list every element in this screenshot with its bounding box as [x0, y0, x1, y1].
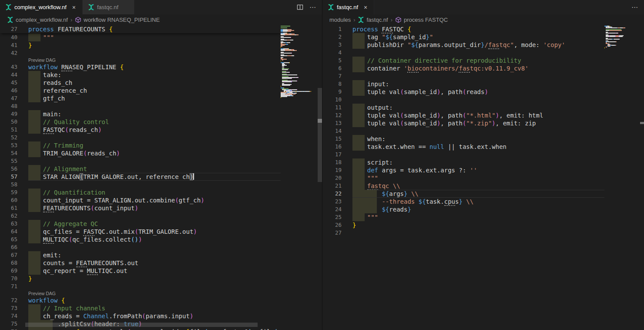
code-line-9[interactable]: 9 tuple val(sample_id), path(reads)	[322, 88, 604, 96]
code-line-17[interactable]: 17	[322, 151, 604, 158]
code-line-22[interactable]: 22 ${args} \\	[322, 190, 604, 198]
line-number: 60	[0, 196, 28, 204]
indent-guide-block	[28, 267, 40, 275]
line-number: 43	[0, 63, 28, 71]
code-line-14[interactable]: 14	[322, 127, 604, 135]
code-line-12[interactable]: 12 tuple val(sample_id), path("*.html"),…	[322, 111, 604, 119]
code-line-15[interactable]: 15 when:	[322, 135, 604, 143]
code-area-left[interactable]: 27process FEATURECOUNTS {40 """41}42Prev…	[0, 25, 281, 330]
breadcrumb-item[interactable]: modules	[329, 17, 351, 23]
code-line-5[interactable]: 5 // Container directive for reproducibi…	[322, 57, 604, 64]
code-line-45[interactable]: 45 reads_ch	[0, 79, 281, 87]
vertical-scrollbar-left[interactable]	[318, 25, 322, 330]
code-line-4[interactable]: 4	[322, 49, 604, 57]
code-line-21[interactable]: 21 fastqc \\	[322, 182, 604, 190]
code-line-53[interactable]: 53 // Trimming	[0, 141, 281, 149]
code-line-64[interactable]: 64 qc_files = FASTQC.out.mix(TRIM_GALORE…	[0, 228, 281, 236]
line-number: 44	[0, 71, 28, 79]
indent-guide-block	[352, 174, 365, 182]
code-line-26[interactable]: 26}	[322, 221, 604, 229]
code-line-69[interactable]: 69 qc_report = MULTIQC.out	[0, 267, 281, 275]
code-line-11[interactable]: 11 output:	[322, 104, 604, 111]
code-line-63[interactable]: 63 // Aggregate QC	[0, 220, 281, 228]
code-line-54[interactable]: 54 TRIM_GALORE(reads_ch)	[0, 149, 281, 157]
tab-close-icon[interactable]: ×	[362, 4, 369, 11]
code-line-50[interactable]: 50 // Quality control	[0, 118, 281, 126]
horizontal-scrollbar-thumb[interactable]	[25, 323, 258, 327]
code-line-44[interactable]: 44 take:	[0, 71, 281, 79]
tab-fastqc-nf[interactable]: fastqc.nf×	[83, 0, 134, 14]
code-line-8[interactable]: 8 input:	[322, 80, 604, 88]
line-number: 53	[0, 141, 28, 149]
code-line-60[interactable]: 60 count_input = STAR_ALIGN.out.combine(…	[0, 196, 281, 204]
breadcrumb-item[interactable]: complex_workflow.nf	[7, 17, 68, 23]
code-line-51[interactable]: 51 FASTQC(reads_ch)	[0, 126, 281, 134]
code-line-23[interactable]: 23 --threads ${task.cpus} \\	[322, 198, 604, 205]
breadcrumb-item[interactable]: workflow RNASEQ_PIPELINE	[75, 17, 160, 23]
code-line-71[interactable]: 71	[0, 283, 281, 290]
code-line-7[interactable]: 7	[322, 72, 604, 80]
overview-ruler-marker	[640, 122, 644, 124]
code-line-74[interactable]: 74 ch_reads = Channel.fromPath(params.in…	[0, 312, 281, 320]
code-line-47[interactable]: 47 gtf_ch	[0, 94, 281, 102]
indent-guide-block	[352, 119, 365, 127]
code-line-49[interactable]: 49 main:	[0, 110, 281, 118]
breadcrumb-item[interactable]: process FASTQC	[395, 17, 448, 23]
code-line-56[interactable]: 56 // Alignment	[0, 165, 281, 173]
code-line-55[interactable]: 55	[0, 157, 281, 165]
code-line-40[interactable]: 40 """	[0, 34, 281, 41]
code-line-48[interactable]: 48	[0, 102, 281, 110]
tab-fastqc-nf[interactable]: fastqc.nf×	[322, 0, 374, 14]
code-line-52[interactable]: 52	[0, 134, 281, 141]
split-editor-icon[interactable]	[297, 4, 303, 10]
code-line-58[interactable]: 58	[0, 181, 281, 189]
code-line-68[interactable]: 68 counts = FEATURECOUNTS.out	[0, 259, 281, 267]
minimap-right[interactable]	[604, 25, 640, 330]
scrollbar-thumb[interactable]	[318, 88, 322, 182]
code-line-19[interactable]: 19 def args = task.ext.args ?: ''	[322, 166, 604, 174]
code-line-3[interactable]: 3 publishDir "${params.output_dir}/fastq…	[322, 41, 604, 49]
code-line-43[interactable]: 43workflow RNASEQ_PIPELINE {	[0, 63, 281, 71]
breadcrumb-item[interactable]: fastqc.nf	[358, 17, 388, 23]
code-line-18[interactable]: 18 script:	[322, 158, 604, 166]
code-line-57[interactable]: 57 STAR_ALIGN(TRIM_GALORE.out, reference…	[0, 173, 281, 181]
codelens-preview-dag-link[interactable]: Preview DAG	[28, 290, 56, 296]
code-line-42[interactable]: 42	[0, 49, 281, 57]
codelens-preview-dag-link[interactable]: Preview DAG	[28, 57, 56, 63]
more-actions-icon[interactable]: ⋯	[631, 4, 638, 10]
code-line-65[interactable]: 65 MULTIQC(qc_files.collect())	[0, 236, 281, 243]
code-line-61[interactable]: 61 FEATURECOUNTS(count_input)	[0, 204, 281, 212]
code-line-41[interactable]: 41}	[0, 41, 281, 49]
line-number: 47	[0, 94, 28, 102]
code-line-62[interactable]: 62	[0, 212, 281, 220]
indent-guide-block	[28, 141, 40, 149]
code-line-27[interactable]: 27	[322, 229, 604, 237]
code-area-right[interactable]: 1process FASTQC {2 tag "${sample_id}"3 p…	[322, 25, 604, 330]
code-line-10[interactable]: 10	[322, 96, 604, 104]
indent-guide-block	[352, 80, 365, 88]
code-line-67[interactable]: 67 emit:	[0, 251, 281, 259]
line-number: 68	[0, 259, 28, 267]
code-line-24[interactable]: 24 ${reads}	[322, 205, 604, 213]
code-line-73[interactable]: 73 // Input channels	[0, 304, 281, 312]
code-line-66[interactable]: 66	[0, 243, 281, 251]
sticky-scroll-line[interactable]: 27process FEATURECOUNTS {	[0, 25, 281, 33]
code-line-72[interactable]: 72workflow {	[0, 296, 281, 304]
code-line-46[interactable]: 46 reference_ch	[0, 87, 281, 94]
nextflow-icon	[358, 17, 364, 23]
code-line-20[interactable]: 20 """	[322, 174, 604, 182]
code-line-13[interactable]: 13 tuple val(sample_id), path("*.zip"), …	[322, 119, 604, 127]
code-line-16[interactable]: 16 task.ext.when == null || task.ext.whe…	[322, 143, 604, 151]
more-actions-icon[interactable]: ⋯	[309, 4, 316, 10]
tab-complex-workflow-nf[interactable]: complex_workflow.nf×	[0, 0, 83, 14]
code-line-70[interactable]: 70}	[0, 275, 281, 283]
code-line-25[interactable]: 25 """	[322, 213, 604, 221]
code-line-76[interactable]: 76 .map { row -> tuple(row.sample_id, [f…	[0, 328, 281, 330]
code-line-1[interactable]: 1process FASTQC {	[322, 25, 604, 33]
minimap-left[interactable]	[281, 25, 318, 330]
code-line-59[interactable]: 59 // Quantification	[0, 189, 281, 196]
vertical-scrollbar-right[interactable]	[640, 25, 644, 330]
tab-close-icon[interactable]: ×	[70, 4, 78, 11]
code-line-2[interactable]: 2 tag "${sample_id}"	[322, 33, 604, 41]
code-line-6[interactable]: 6 container 'biocontainers/fastqc:v0.11.…	[322, 64, 604, 72]
